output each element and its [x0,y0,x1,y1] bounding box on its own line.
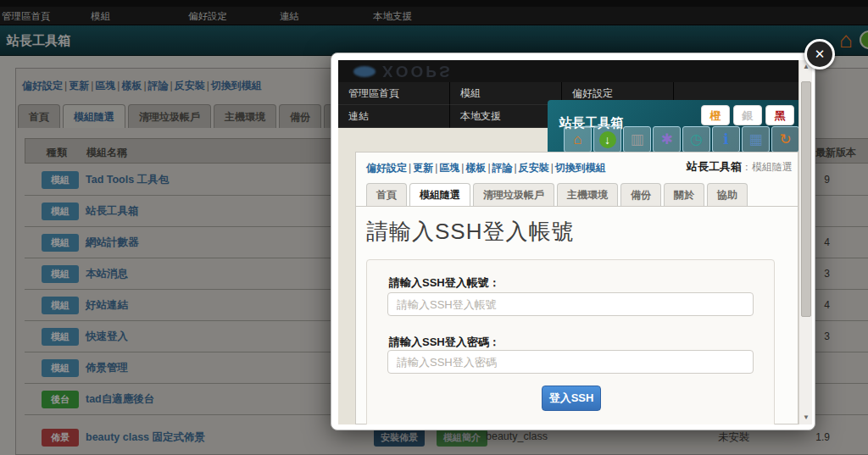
info-icon[interactable]: ℹ [712,126,740,153]
ssh-login-form: 請輸入SSH登入帳號： 請輸入SSH登入密碼： 登入SSH [366,259,775,424]
theme-color-orange-button[interactable]: 橙 [701,105,730,125]
ssh-login-button[interactable]: 登入SSH [542,386,601,411]
modal-scrollbar[interactable]: ▲ ▼ [798,60,812,424]
tab-clean-accounts[interactable]: 清理垃圾帳戶 [473,183,554,206]
link-blocks[interactable]: 區塊 [439,162,459,174]
tab-home[interactable]: 首頁 [366,183,407,206]
mini-nav-links[interactable]: 連結 [338,105,450,128]
mini-tabs: 首頁 模組隨選 清理垃圾帳戶 主機環境 備份 關於 協助 [366,183,750,206]
ssh-login-heading: 請輸入SSH登入帳號 [366,217,574,247]
ssh-account-label: 請輸入SSH登入帳號： [389,275,500,291]
tab-about[interactable]: 關於 [664,183,704,206]
ssh-password-input[interactable] [387,350,754,374]
mini-logo-bar: XOOPS [338,60,798,82]
xoops-logo: XOOPS [382,62,453,80]
home-icon[interactable]: ⌂ [564,126,592,153]
tab-help[interactable]: 協助 [707,183,748,206]
trash-icon[interactable]: ▥ [623,126,651,153]
close-icon[interactable]: ✕ [804,39,835,69]
screenshot-icon[interactable]: ▦ [742,126,770,153]
mini-content-panel: 偏好設定|更新|區塊|樣板|評論|反安裝|切換到模組 站長工具箱：模組隨選 首頁… [355,152,798,424]
mini-nav-local-support[interactable]: 本地支援 [450,105,562,128]
xoops-logo-blob [353,66,376,77]
mini-nav-modules[interactable]: 模組 [450,82,562,105]
ssh-password-label: 請輸入SSH登入密碼： [389,335,500,350]
link-comments[interactable]: 評論 [492,162,513,174]
link-switch-module[interactable]: 切換到模組 [555,162,606,174]
mini-nav-admin-home[interactable]: 管理區首頁 [338,82,450,105]
modal-dialog: XOOPS 管理區首頁 模組 偏好設定 連結 本地支援 站長工具箱 橙 銀 黑 … [331,53,815,430]
folder-gear-icon[interactable]: ✱ [653,126,681,153]
mini-module-links: 偏好設定|更新|區塊|樣板|評論|反安裝|切換到模組 [366,161,606,175]
tab-backup[interactable]: 備份 [620,183,661,206]
modal-mini-page: XOOPS 管理區首頁 模組 偏好設定 連結 本地支援 站長工具箱 橙 銀 黑 … [338,60,798,424]
tab-module-ondemand[interactable]: 模組隨選 [409,183,470,206]
download-icon[interactable]: ↓ [593,126,621,153]
breadcrumb: 站長工具箱：模組隨選 [687,159,793,175]
scroll-down-arrow[interactable]: ▼ [799,411,813,424]
theme-color-silver-button[interactable]: 銀 [733,105,762,125]
link-uninstall[interactable]: 反安裝 [519,162,549,174]
link-preferences[interactable]: 偏好設定 [366,162,407,174]
mini-icon-toolbar: ⌂ ↓ ▥ ✱ ◷ ℹ ▦ ↻ [564,126,798,153]
ssh-account-input[interactable] [387,292,754,316]
scrollbar-thumb[interactable] [801,81,811,317]
tab-host-env[interactable]: 主機環境 [557,183,618,206]
link-templates[interactable]: 樣板 [465,162,486,174]
theme-color-black-button[interactable]: 黑 [765,105,794,125]
link-update[interactable]: 更新 [413,162,433,174]
refresh-icon[interactable]: ↻ [771,126,798,153]
backup-clock-icon[interactable]: ◷ [682,126,710,153]
screen: 管理區首頁 模組 偏好設定 連結 本地支援 站長工具箱 ⌂ 偏好設定|更新|區塊… [0,0,868,455]
